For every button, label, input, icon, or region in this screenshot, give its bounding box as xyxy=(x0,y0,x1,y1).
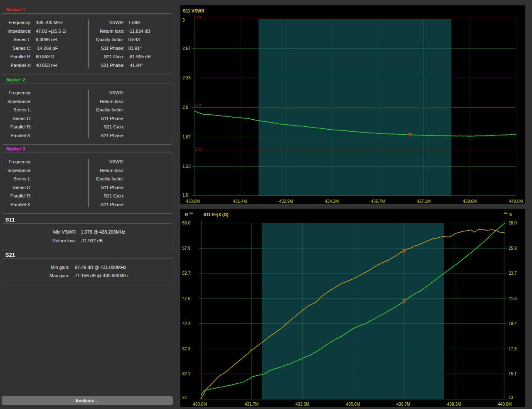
svg-text:23.7: 23.7 xyxy=(509,271,517,276)
svg-text:37.3: 37.3 xyxy=(182,347,191,351)
svg-text:52.7: 52.7 xyxy=(182,271,191,276)
svg-text:57.9: 57.9 xyxy=(182,246,191,251)
svg-text:432.9M: 432.9M xyxy=(279,199,293,204)
svg-text:433.3M: 433.3M xyxy=(296,402,309,407)
svg-text:2.0: 2.0 xyxy=(195,103,201,107)
svg-text:X: X xyxy=(509,212,512,217)
svg-text:438.3M: 438.3M xyxy=(447,402,461,407)
svg-text:431.4M: 431.4M xyxy=(233,199,247,204)
svg-text:13: 13 xyxy=(509,395,514,400)
svg-text:3: 3 xyxy=(182,18,185,22)
svg-text:17.3: 17.3 xyxy=(509,347,517,351)
svg-text:440.0M: 440.0M xyxy=(509,199,523,204)
svg-text:15.1: 15.1 xyxy=(509,372,517,376)
svg-text:28.0: 28.0 xyxy=(509,221,517,225)
svg-text:434.3M: 434.3M xyxy=(325,199,339,204)
svg-text:2.67: 2.67 xyxy=(182,46,191,51)
svg-text:1.0: 1.0 xyxy=(182,193,188,197)
svg-text:2.33: 2.33 xyxy=(182,76,191,80)
svg-text:436.7M: 436.7M xyxy=(397,402,410,407)
svg-text:25.9: 25.9 xyxy=(509,246,517,251)
svg-text:S11 VSWR: S11 VSWR xyxy=(183,9,204,13)
svg-text:437.1M: 437.1M xyxy=(417,199,431,204)
svg-text:63.0: 63.0 xyxy=(182,221,191,225)
svg-text:21.6: 21.6 xyxy=(509,296,517,301)
svg-text:430.0M: 430.0M xyxy=(186,199,200,204)
svg-text:435.0M: 435.0M xyxy=(346,402,360,407)
svg-text:3.0: 3.0 xyxy=(195,15,201,19)
svg-text:431.7M: 431.7M xyxy=(245,402,259,407)
svg-text:1.33: 1.33 xyxy=(182,164,191,169)
svg-text:1.5: 1.5 xyxy=(195,147,201,151)
svg-text:S11 R+jX (Ω): S11 R+jX (Ω) xyxy=(203,212,228,217)
svg-text:440.0M: 440.0M xyxy=(498,402,512,407)
svg-text:42.4: 42.4 xyxy=(182,321,191,326)
svg-text:32.1: 32.1 xyxy=(182,372,191,376)
svg-text:435.7M: 435.7M xyxy=(371,199,385,204)
svg-text:R: R xyxy=(185,212,188,217)
svg-text:438.6M: 438.6M xyxy=(463,199,477,204)
svg-text:27: 27 xyxy=(182,395,187,400)
svg-text:19.4: 19.4 xyxy=(509,321,517,326)
svg-text:1.67: 1.67 xyxy=(182,135,191,139)
svg-text:47.6: 47.6 xyxy=(182,296,191,301)
svg-text:2.0: 2.0 xyxy=(182,105,188,110)
svg-text:430.0M: 430.0M xyxy=(193,402,207,407)
